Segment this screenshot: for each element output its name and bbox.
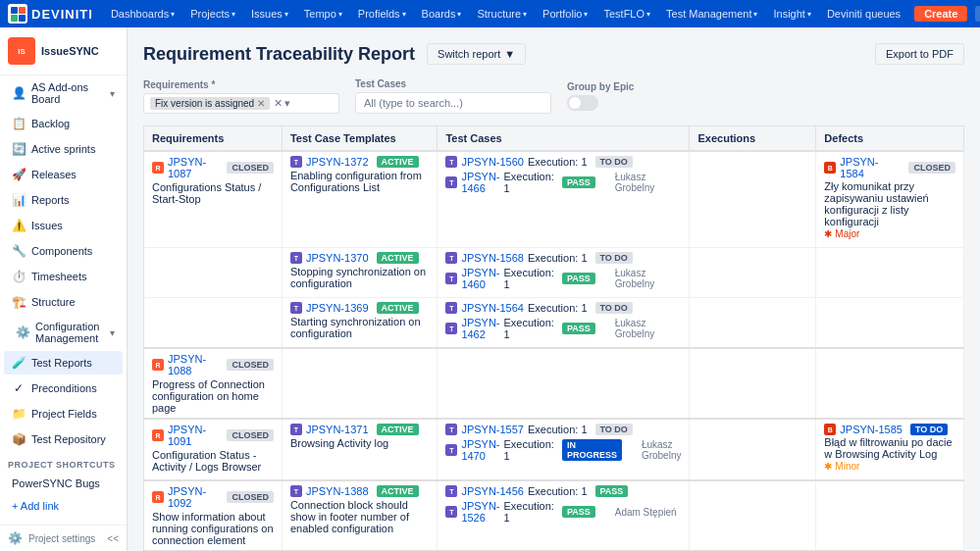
create-button[interactable]: Create — [914, 6, 967, 22]
logo[interactable]: DEVINITI — [8, 4, 93, 24]
sidebar-item-issues[interactable]: ⚠️ Issues — [4, 214, 123, 237]
tct-id[interactable]: JPSYN-1388 — [306, 485, 369, 497]
nav-structure[interactable]: Structure▾ — [471, 6, 533, 22]
tct-id[interactable]: JPSYN-1371 — [306, 424, 369, 435]
sidebar-project-header[interactable]: IS IssueSYNC — [0, 27, 127, 75]
req-cell — [144, 298, 283, 349]
nav-deviniti-queues[interactable]: Deviniti queues — [821, 6, 906, 22]
switch-report-button[interactable]: Switch report ▼ — [427, 43, 526, 65]
req-link[interactable]: R JPSYN-1092 CLOSED — [152, 485, 274, 509]
tc-exec-label: Execution: 1 — [504, 500, 554, 524]
defect-link[interactable]: B JPSYN-1584 CLOSED — [824, 156, 955, 179]
collapse-sidebar-button[interactable]: << — [107, 533, 119, 544]
req-link[interactable]: R JPSYN-1088 CLOSED — [152, 353, 274, 376]
req-id[interactable]: JPSYN-1091 — [168, 424, 219, 447]
defect-cell — [816, 248, 964, 298]
req-id[interactable]: JPSYN-1092 — [168, 485, 219, 509]
nav-projects[interactable]: Projects▾ — [184, 6, 241, 22]
sidebar-item-backlog[interactable]: 📋 Backlog — [4, 112, 123, 135]
nav-portfolio[interactable]: Portfolio▾ — [537, 6, 593, 22]
nav-insight[interactable]: Insight▾ — [767, 6, 816, 22]
nav-issues[interactable]: Issues▾ — [245, 6, 294, 22]
tc-id[interactable]: JPSYN-1466 — [461, 171, 499, 194]
nav-dashboards[interactable]: Dashboards▾ — [105, 6, 181, 22]
search-input[interactable] — [975, 6, 980, 22]
tc-id[interactable]: JPSYN-1526 — [461, 500, 499, 524]
tct-id[interactable]: JPSYN-1372 — [306, 156, 369, 168]
tc-id[interactable]: JPSYN-1470 — [461, 438, 499, 462]
sidebar-item-test-reports[interactable]: 🧪 Test Reports — [4, 351, 123, 375]
sidebar-item-label: Releases — [31, 169, 77, 180]
sidebar-item-project-fields[interactable]: 📁 Project Fields — [4, 402, 123, 426]
req-link[interactable]: R JPSYN-1091 CLOSED — [152, 424, 274, 447]
export-pdf-button[interactable]: Export to PDF — [875, 43, 964, 65]
tct-cell — [282, 348, 437, 419]
table-row: R JPSYN-1087 CLOSED Configurations Statu… — [144, 151, 964, 248]
nav-testflo[interactable]: TestFLO▾ — [597, 6, 656, 22]
tc-exec-label: Execution: 1 — [504, 317, 554, 340]
defect-link[interactable]: B JPSYN-1585 TO DO — [824, 424, 955, 435]
add-link-button[interactable]: + Add link — [4, 496, 123, 516]
severity-icon: ✱ — [824, 461, 832, 472]
tct-desc: Enabling configuration from Configuratio… — [290, 170, 429, 193]
tc-id[interactable]: JPSYN-1560 — [461, 156, 524, 168]
tc-icon: T — [445, 323, 457, 334]
project-settings[interactable]: ⚙️ Project settings << — [0, 525, 127, 551]
test-cases-select[interactable]: All (type to search...) — [355, 92, 551, 114]
tc-id[interactable]: JPSYN-1568 — [461, 252, 524, 264]
tc-id[interactable]: JPSYN-1460 — [461, 267, 499, 290]
toggle-thumb — [569, 97, 581, 109]
sidebar-item-config-mgmt[interactable]: ⚙️ Configuration Management ▾ — [8, 316, 123, 349]
tc-id[interactable]: JPSYN-1456 — [461, 485, 524, 497]
defect-id[interactable]: JPSYN-1584 — [840, 156, 901, 179]
tct-link[interactable]: T JPSYN-1369 ACTIVE — [290, 302, 429, 314]
sidebar-item-label: Reports — [31, 194, 70, 206]
sidebar-item-preconditions[interactable]: ✓ Preconditions — [4, 376, 123, 400]
sidebar-shortcut-powersync[interactable]: PowerSYNC Bugs — [4, 473, 123, 494]
req-id[interactable]: JPSYN-1088 — [168, 353, 219, 376]
requirements-filter-input[interactable]: Fix version is assigned ✕ ✕ ▾ — [143, 93, 339, 114]
tct-badge: ACTIVE — [377, 485, 419, 497]
nav-test-management[interactable]: Test Management▾ — [660, 6, 763, 22]
sidebar-item-addons[interactable]: 👤 AS Add-ons Board ▾ — [4, 76, 123, 110]
sidebar-item-releases[interactable]: 🚀 Releases — [4, 163, 123, 186]
tct-icon: T — [290, 485, 302, 497]
tct-link[interactable]: T JPSYN-1370 ACTIVE — [290, 252, 429, 264]
tc-id[interactable]: JPSYN-1557 — [461, 424, 524, 435]
sidebar-item-label: Timesheets — [31, 271, 86, 282]
test-cases-filter-label: Test Cases — [355, 78, 551, 89]
nav-boards[interactable]: Boards▾ — [416, 6, 468, 22]
tct-link[interactable]: T JPSYN-1388 ACTIVE — [290, 485, 429, 497]
req-desc: Configurations Status / Start-Stop — [152, 181, 274, 205]
nav-profields[interactable]: Profields▾ — [352, 6, 412, 22]
severity-label: Minor — [835, 461, 859, 472]
tct-link[interactable]: T JPSYN-1371 ACTIVE — [290, 424, 429, 435]
exec-cell — [690, 419, 816, 480]
filter-expand-icon[interactable]: ▾ — [284, 97, 290, 110]
preconditions-icon: ✓ — [12, 381, 26, 395]
tc-id[interactable]: JPSYN-1462 — [461, 317, 499, 340]
sidebar-item-timesheets[interactable]: ⏱️ Timesheets — [4, 265, 123, 288]
sidebar-item-active-sprints[interactable]: 🔄 Active sprints — [4, 137, 123, 161]
tc-id[interactable]: JPSYN-1564 — [461, 302, 524, 314]
nav-tempo[interactable]: Tempo▾ — [298, 6, 348, 22]
tct-id[interactable]: JPSYN-1369 — [306, 302, 369, 314]
sidebar-item-components[interactable]: 🔧 Components — [4, 239, 123, 263]
req-id[interactable]: JPSYN-1087 — [168, 156, 219, 179]
tc-cell: T JPSYN-1557 Execution: 1 To Do T JPSYN-… — [438, 419, 690, 480]
tct-id[interactable]: JPSYN-1370 — [306, 252, 369, 264]
group-by-toggle[interactable] — [567, 95, 598, 111]
tct-icon: T — [290, 156, 302, 168]
tc-exec-label: Execution: 1 — [504, 171, 554, 194]
report-table: Requirements Test Case Templates Test Ca… — [143, 125, 964, 551]
defect-id[interactable]: JPSYN-1585 — [840, 424, 903, 435]
sidebar-item-reports[interactable]: 📊 Reports — [4, 188, 123, 212]
tct-item: T JPSYN-1372 ACTIVE Enabling configurati… — [290, 156, 429, 193]
tct-link[interactable]: T JPSYN-1372 ACTIVE — [290, 156, 429, 168]
sidebar-item-structure[interactable]: 🏗️ Structure — [4, 290, 123, 314]
sidebar-item-test-repository[interactable]: 📦 Test Repository — [4, 427, 123, 451]
requirements-filter-tag-remove[interactable]: ✕ — [257, 98, 265, 109]
req-link[interactable]: R JPSYN-1087 CLOSED — [152, 156, 274, 179]
svg-rect-2 — [11, 15, 18, 22]
filter-clear-icon[interactable]: ✕ — [274, 97, 283, 110]
